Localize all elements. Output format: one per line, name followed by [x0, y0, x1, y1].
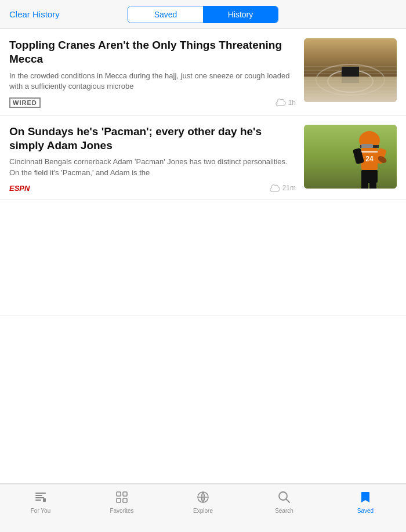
time-label: 1h	[288, 99, 296, 107]
favorites-icon	[114, 489, 130, 505]
empty-section-2	[0, 316, 406, 432]
nav-label-favorites: Favorites	[110, 508, 133, 514]
article-source: ESPN	[9, 184, 30, 193]
nav-label-for-you: For You	[31, 508, 50, 514]
svg-rect-15	[35, 500, 41, 501]
article-meta: ESPN 21m	[9, 184, 296, 193]
article-time: 1h	[276, 99, 296, 107]
cloud-icon	[276, 99, 286, 106]
header: Clear History Saved History	[0, 0, 406, 29]
nav-item-favorites[interactable]: Favorites	[81, 489, 162, 514]
clear-history-button[interactable]: Clear History	[9, 9, 60, 19]
article-description: Cincinnati Bengals cornerback Adam 'Pacm…	[9, 157, 296, 178]
svg-rect-5	[361, 151, 378, 153]
segment-control: Saved History	[128, 6, 278, 23]
article-title: Toppling Cranes Aren't the Only Things T…	[9, 38, 296, 66]
for-you-icon	[32, 489, 49, 505]
article-time: 21m	[270, 184, 296, 192]
article-content: Toppling Cranes Aren't the Only Things T…	[9, 38, 304, 108]
svg-rect-11	[369, 180, 376, 189]
list-item[interactable]: On Sundays he's 'Pacman'; every other da…	[0, 115, 406, 200]
svg-rect-10	[361, 180, 368, 189]
nav-label-saved: Saved	[357, 508, 374, 514]
explore-icon	[195, 489, 211, 505]
empty-section-1	[0, 200, 406, 316]
articles-list: Toppling Cranes Aren't the Only Things T…	[0, 29, 406, 200]
svg-rect-19	[117, 498, 121, 502]
list-item[interactable]: Toppling Cranes Aren't the Only Things T…	[0, 29, 406, 115]
article-image: 24	[304, 125, 397, 189]
article-title: On Sundays he's 'Pacman'; every other da…	[9, 125, 296, 153]
svg-rect-17	[117, 492, 121, 496]
svg-text:24: 24	[365, 155, 374, 163]
svg-rect-18	[123, 492, 127, 496]
time-label: 21m	[282, 184, 296, 192]
cloud-icon	[270, 184, 280, 192]
nav-item-saved[interactable]: Saved	[325, 489, 406, 514]
svg-rect-12	[35, 493, 46, 494]
nav-item-for-you[interactable]: For You	[0, 489, 81, 514]
article-source: WIRED	[9, 97, 41, 108]
bottom-nav: For You Favorites Explore	[0, 484, 406, 532]
player-figure: 24	[347, 128, 388, 189]
svg-rect-16	[43, 498, 46, 502]
nav-item-explore[interactable]: Explore	[162, 489, 244, 514]
nav-label-search: Search	[275, 508, 293, 514]
article-description: In the crowded conditions in Mecca durin…	[9, 71, 296, 92]
nav-item-search[interactable]: Search	[244, 489, 325, 514]
nav-label-explore: Explore	[193, 508, 213, 514]
saved-icon	[357, 489, 374, 505]
svg-rect-13	[35, 495, 42, 496]
article-meta: WIRED 1h	[9, 97, 296, 108]
svg-rect-2	[361, 144, 373, 149]
search-icon	[276, 489, 292, 505]
article-content: On Sundays he's 'Pacman'; every other da…	[9, 125, 304, 193]
svg-line-25	[287, 500, 290, 503]
article-image	[304, 38, 397, 102]
tab-history[interactable]: History	[203, 6, 278, 23]
svg-rect-20	[123, 498, 127, 502]
tab-saved[interactable]: Saved	[128, 6, 203, 23]
svg-rect-14	[35, 497, 44, 498]
